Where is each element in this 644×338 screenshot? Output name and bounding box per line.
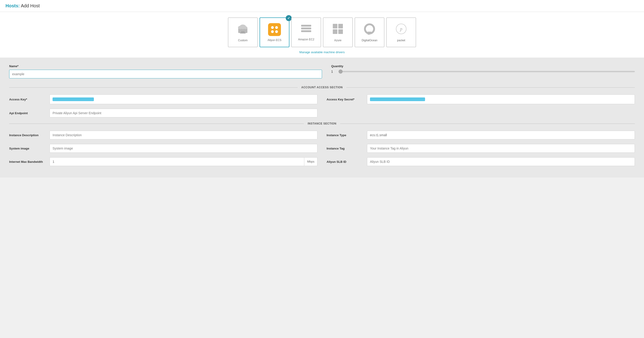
name-label: Name* [9,64,322,68]
driver-card-custom[interactable]: Custom [228,17,258,47]
instance-description-input-wrapper [50,131,318,139]
access-key-secret-masked [370,97,425,101]
quantity-field: Quantity 1 [331,64,635,78]
svg-point-7 [271,26,274,29]
selected-check-icon: ✓ [286,15,292,21]
driver-card-packet[interactable]: p packet [386,17,416,47]
access-key-secret-col: Access Key Secret* [326,94,635,104]
svg-rect-19 [368,32,371,33]
system-image-tag-row: System image Instance Tag [9,144,635,153]
driver-cards-container: Custom ✓ Aliyun ECS [222,17,422,47]
bandwidth-unit: Mbps [304,157,318,166]
api-endpoint-label: Api Endpoint [9,111,46,115]
custom-label: Custom [238,39,248,42]
instance-section-label: INSTANCE SECTION [308,122,336,125]
access-key-input-wrapper [50,94,318,104]
bandwidth-input-wrapper: Mbps [50,157,318,166]
digitalocean-label: DigitalOcean [362,39,378,42]
aliyun-ecs-label: Aliyun ECS [268,38,282,42]
ec2-icon [300,24,312,36]
packet-icon: p [395,23,407,37]
form-section: Name* Quantity 1 ACCOUNT ACCESS SECTION … [0,57,644,177]
digitalocean-icon [364,23,376,37]
svg-point-10 [275,30,278,33]
page-header: Hosts: Add Host [0,0,644,12]
bandwidth-slb-row: Internet Max Bandwidth Mbps Aliyun SLB I… [9,157,635,166]
access-key-row: Access Key* Access Key Secret* [9,94,635,104]
access-key-secret-input-wrapper [367,94,635,104]
svg-rect-12 [301,27,311,29]
svg-point-3 [244,26,248,29]
svg-rect-6 [268,23,281,36]
access-key-label: Access Key* [9,98,46,101]
instance-divider-line-left [9,124,304,124]
api-endpoint-input-wrapper [50,109,318,117]
driver-selection: Custom ✓ Aliyun ECS [0,12,644,57]
svg-point-2 [238,26,242,29]
driver-card-azure[interactable]: Azure [323,17,353,47]
instance-tag-input[interactable] [367,144,635,153]
system-image-input-wrapper [50,144,318,153]
instance-type-input-wrapper [367,131,635,139]
name-field: Name* [9,64,322,78]
svg-point-9 [271,30,274,33]
amazon-ec2-label: Amazon EC2 [298,38,314,41]
quantity-slider[interactable] [338,71,635,72]
instance-type-label: Instance Type [326,133,363,137]
system-image-input[interactable] [50,144,318,153]
bandwidth-input[interactable] [50,157,304,166]
quantity-row: 1 [331,70,635,73]
driver-card-amazon-ec2[interactable]: Amazon EC2 [291,17,321,47]
slb-id-col: Aliyun SLB ID [326,157,635,166]
api-endpoint-col: Api Endpoint [9,109,318,117]
instance-tag-label: Instance Tag [326,147,363,150]
slb-id-input[interactable] [367,157,635,166]
svg-rect-5 [240,32,246,33]
packet-label: packet [397,39,405,42]
api-endpoint-row: Api Endpoint [9,109,635,117]
page-title-text: Add Host [21,3,40,8]
api-endpoint-input[interactable] [50,109,318,117]
slb-id-input-wrapper [367,157,635,166]
driver-card-digitalocean[interactable]: DigitalOcean [354,17,384,47]
hosts-link[interactable]: Hosts: [6,3,20,8]
driver-card-aliyun-ecs[interactable]: ✓ Aliyun ECS [260,17,290,47]
instance-desc-col: Instance Description [9,131,318,139]
svg-rect-4 [241,31,245,32]
account-section-label: ACCOUNT ACCESS SECTION [301,86,343,89]
instance-divider-line-right [340,124,635,124]
instance-type-col: Instance Type [326,131,635,139]
svg-point-8 [275,26,278,29]
access-key-masked [52,97,94,101]
azure-icon [332,23,344,37]
access-key-secret-label: Access Key Secret* [326,98,363,101]
access-key-col: Access Key* [9,94,318,104]
svg-rect-13 [301,30,311,32]
aliyun-icon [268,23,281,37]
svg-rect-20 [368,33,370,35]
svg-rect-17 [338,29,343,34]
instance-desc-type-row: Instance Description Instance Type [9,131,635,139]
slb-id-label: Aliyun SLB ID [326,160,363,163]
manage-drivers-link[interactable]: Manage available machine drivers [299,50,344,54]
svg-text:p: p [400,26,402,32]
name-input[interactable] [9,70,322,78]
azure-label: Azure [334,39,341,42]
svg-rect-15 [338,24,343,28]
bandwidth-label: Internet Max Bandwidth [9,160,46,163]
system-image-label: System image [9,147,46,150]
instance-description-label: Instance Description [9,133,46,137]
quantity-label: Quantity [331,64,635,68]
instance-type-input[interactable] [367,131,635,139]
svg-rect-14 [333,24,338,28]
name-quantity-row: Name* Quantity 1 [9,64,635,78]
svg-rect-11 [301,25,311,26]
instance-section-divider: INSTANCE SECTION [9,122,635,125]
account-section-divider: ACCOUNT ACCESS SECTION [9,86,635,89]
instance-description-input[interactable] [50,131,318,139]
instance-tag-input-wrapper [367,144,635,153]
quantity-value: 1 [331,70,336,73]
system-image-col: System image [9,144,318,153]
custom-icon [237,23,249,37]
divider-line-right [346,87,635,88]
